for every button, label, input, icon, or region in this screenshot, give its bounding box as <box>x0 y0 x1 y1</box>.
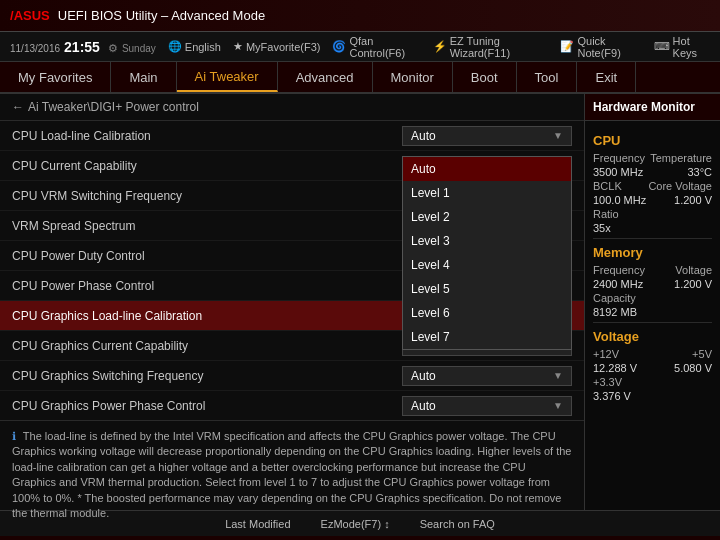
statusbar: 11/13/2016 21:55 ⚙ Sunday 🌐 English ★ My… <box>0 32 720 62</box>
hw-mem-freq-val-row: 2400 MHz 1.200 V <box>593 278 712 290</box>
main-content: ← Ai Tweaker\DIGI+ Power control CPU Loa… <box>0 94 720 510</box>
note-icon: 📝 <box>560 40 574 53</box>
dropdown-option-level4[interactable]: Level 4 <box>403 253 571 277</box>
hw-ratio-val-row: 35x <box>593 222 712 234</box>
dropdown-option-auto[interactable]: Auto <box>403 157 571 181</box>
date-small: 11/13/2016 <box>10 43 60 54</box>
hw-mem-cap-label-row: Capacity <box>593 292 712 304</box>
day-display: Sunday <box>122 43 156 54</box>
dropdown-option-level2[interactable]: Level 2 <box>403 205 571 229</box>
dropdown-option-level3[interactable]: Level 3 <box>403 229 571 253</box>
setting-row-cpu-loadline: CPU Load-line Calibration Auto ▼ <box>0 121 584 151</box>
breadcrumb: ← Ai Tweaker\DIGI+ Power control <box>0 94 584 121</box>
setting-row-cpu-current: CPU Current Capability Auto ▼ Auto Level… <box>0 151 584 181</box>
hw-bclk-label-row: BCLK Core Voltage <box>593 180 712 192</box>
hw-divider-1 <box>593 238 712 239</box>
ez-mode-label: EzMode(F7) <box>321 518 382 530</box>
hw-v33-label-row: +3.3V <box>593 376 712 388</box>
app-title: UEFI BIOS Utility – Advanced Mode <box>58 8 265 23</box>
brand-logo: /ASUS <box>10 8 50 23</box>
dropdown-option-level6[interactable]: Level 6 <box>403 301 571 325</box>
hw-memory-title: Memory <box>593 245 712 260</box>
favorite-item[interactable]: ★ MyFavorite(F3) <box>233 40 321 53</box>
star-icon: ★ <box>233 40 243 53</box>
setting-row-gfx-switching: CPU Graphics Switching Frequency Auto ▼ <box>0 361 584 391</box>
nav-boot[interactable]: Boot <box>453 62 517 92</box>
dropdown-option-level5[interactable]: Level 5 <box>403 277 571 301</box>
hw-mem-cap-val-row: 8192 MB <box>593 306 712 318</box>
dropdown-container: Auto ▼ Auto Level 1 Level 2 Level 3 Leve… <box>402 156 572 176</box>
left-panel: ← Ai Tweaker\DIGI+ Power control CPU Loa… <box>0 94 585 510</box>
fan-icon: 🌀 <box>332 40 346 53</box>
ez-mode-arrow: ↕ <box>384 518 390 530</box>
nav-exit[interactable]: Exit <box>577 62 636 92</box>
settings-list: CPU Load-line Calibration Auto ▼ CPU Cur… <box>0 121 584 420</box>
back-arrow[interactable]: ← <box>12 100 24 114</box>
hot-keys-item[interactable]: ⌨ Hot Keys <box>654 35 710 59</box>
time-display: 21:55 <box>64 39 100 55</box>
hw-divider-2 <box>593 322 712 323</box>
setting-value-cpu-loadline[interactable]: Auto ▼ <box>402 126 572 146</box>
nav-my-favorites[interactable]: My Favorites <box>0 62 111 92</box>
keyboard-icon: ⌨ <box>654 40 670 53</box>
dropdown-arrow: ▼ <box>553 130 563 141</box>
info-panel: ℹ The load-line is defined by the Intel … <box>0 420 584 510</box>
tuning-icon: ⚡ <box>433 40 447 53</box>
hw-monitor-content: CPU Frequency Temperature 3500 MHz 33°C … <box>585 121 720 510</box>
copyright-bar: Version 2.17.1246. Copyright (C) 2016 Am… <box>0 536 720 540</box>
hw-voltage-title: Voltage <box>593 329 712 344</box>
search-faq-item[interactable]: Search on FAQ <box>420 518 495 530</box>
hw-cpu-title: CPU <box>593 133 712 148</box>
globe-icon: 🌐 <box>168 40 182 53</box>
settings-icon: ⚙ <box>108 42 118 55</box>
hw-bclk-val-row: 100.0 MHz 1.200 V <box>593 194 712 206</box>
hw-cpu-freq-val-row: 3500 MHz 33°C <box>593 166 712 178</box>
nav-main[interactable]: Main <box>111 62 176 92</box>
hw-v12-val-row: 12.288 V 5.080 V <box>593 362 712 374</box>
language-item[interactable]: 🌐 English <box>168 40 221 53</box>
hw-ratio-label-row: Ratio <box>593 208 712 220</box>
hw-cpu-freq-row: Frequency Temperature <box>593 152 712 164</box>
setting-row-gfx-power-phase: CPU Graphics Power Phase Control Auto ▼ <box>0 391 584 420</box>
titlebar: /ASUS UEFI BIOS Utility – Advanced Mode <box>0 0 720 32</box>
setting-value-gfx-power-phase[interactable]: Auto ▼ <box>402 396 572 416</box>
nav-ai-tweaker[interactable]: Ai Tweaker <box>177 62 278 92</box>
dropdown-option-level7[interactable]: Level 7 <box>403 325 571 349</box>
last-modified-item[interactable]: Last Modified <box>225 518 290 530</box>
ez-mode-item[interactable]: EzMode(F7) ↕ <box>321 518 390 530</box>
ez-tuning-item[interactable]: ⚡ EZ Tuning Wizard(F11) <box>433 35 549 59</box>
nav-advanced[interactable]: Advanced <box>278 62 373 92</box>
info-icon: ℹ <box>12 430 16 442</box>
dropdown-menu: Auto Level 1 Level 2 Level 3 Level 4 Lev… <box>402 156 572 350</box>
dropdown-arrow-6: ▼ <box>553 400 563 411</box>
nav-monitor[interactable]: Monitor <box>373 62 453 92</box>
right-panel: Hardware Monitor CPU Frequency Temperatu… <box>585 94 720 510</box>
hw-v33-val-row: 3.376 V <box>593 390 712 402</box>
navbar: My Favorites Main Ai Tweaker Advanced Mo… <box>0 62 720 94</box>
hw-mem-freq-label-row: Frequency Voltage <box>593 264 712 276</box>
setting-value-gfx-switching[interactable]: Auto ▼ <box>402 366 572 386</box>
dropdown-arrow-5: ▼ <box>553 370 563 381</box>
hw-v12-label-row: +12V +5V <box>593 348 712 360</box>
dropdown-option-level1[interactable]: Level 1 <box>403 181 571 205</box>
quick-note-item[interactable]: 📝 Quick Note(F9) <box>560 35 641 59</box>
hw-monitor-header: Hardware Monitor <box>585 94 720 121</box>
nav-tool[interactable]: Tool <box>517 62 578 92</box>
qfan-item[interactable]: 🌀 Qfan Control(F6) <box>332 35 420 59</box>
